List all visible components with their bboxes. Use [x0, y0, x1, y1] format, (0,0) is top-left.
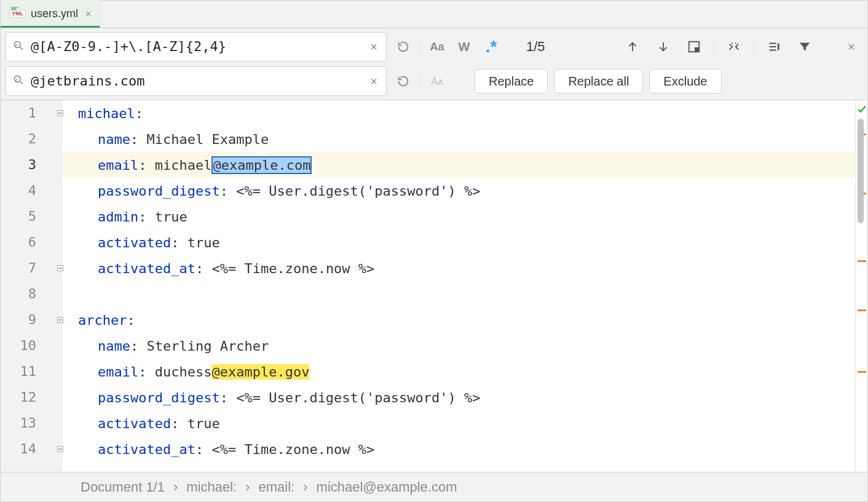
stripe-match-marker[interactable]: [858, 309, 866, 311]
line-number: 11: [1, 359, 36, 384]
find-nav-tools: ×: [621, 36, 862, 58]
svg-rect-2: [695, 47, 699, 52]
find-row: @[A-Z0-9.-]+\.[A-Z]{2,4} × Aa W .* 1/5: [6, 32, 862, 62]
search-icon: [12, 74, 25, 89]
code-token: : michael: [138, 157, 211, 173]
words-toggle[interactable]: W: [454, 36, 475, 57]
regex-toggle[interactable]: .*: [481, 36, 502, 57]
code-line[interactable]: password_digest: <%= User.digest('passwo…: [62, 178, 855, 204]
breadcrumb-segment[interactable]: michael@example.com: [317, 479, 457, 495]
filter-icon[interactable]: [794, 36, 816, 58]
code-line[interactable]: admin: true: [62, 204, 855, 229]
exclude-button[interactable]: Exclude: [649, 69, 721, 94]
line-number: 4: [1, 178, 36, 204]
breadcrumb-doc[interactable]: Document 1/1: [81, 479, 165, 495]
history-icon[interactable]: [393, 71, 414, 92]
code-line[interactable]: [62, 281, 855, 307]
replace-input[interactable]: @jetbrains.com: [31, 73, 361, 89]
code-token: email: [98, 364, 138, 380]
editor-tab-users-yml[interactable]: YML users.yml ×: [1, 0, 100, 28]
breadcrumb-bar: Document 1/1 › michael: › email: › micha…: [1, 472, 867, 501]
line-number: 7: [1, 255, 36, 281]
stripe-match-marker[interactable]: [858, 260, 866, 262]
close-find-icon[interactable]: ×: [840, 36, 862, 58]
code-token: : true: [171, 235, 219, 250]
inspection-ok-icon: [856, 103, 867, 115]
code-token: password_digest: [98, 183, 220, 199]
code-line[interactable]: archer:: [62, 307, 855, 333]
find-input[interactable]: @[A-Z0-9.-]+\.[A-Z]{2,4}: [31, 39, 361, 55]
line-number: 8: [1, 281, 36, 307]
code-token: :: [135, 106, 143, 121]
breadcrumb-segment[interactable]: email:: [259, 479, 295, 495]
preserve-case-toggle[interactable]: Aᴀ: [427, 71, 448, 92]
code-token: email: [98, 157, 138, 173]
line-number: 13: [1, 410, 36, 436]
clear-find-icon[interactable]: ×: [368, 40, 380, 54]
replace-input-box[interactable]: @jetbrains.com ×: [6, 66, 387, 96]
code-token: password_digest: [98, 390, 220, 405]
in-selection-icon[interactable]: [723, 36, 745, 58]
code-line[interactable]: name: Michael Example: [62, 126, 855, 152]
code-line[interactable]: michael:: [62, 100, 855, 126]
code-token: archer: [78, 313, 127, 328]
code-token: : true: [171, 416, 219, 431]
open-results-window-icon[interactable]: [763, 36, 785, 58]
code-token: : <%= User.digest('password') %>: [220, 390, 481, 405]
code-token: :: [127, 313, 135, 328]
code-line[interactable]: email: michael@example.com: [62, 152, 855, 178]
editor-tab-bar: YML users.yml ×: [1, 1, 867, 28]
find-replace-panel: @[A-Z0-9.-]+\.[A-Z]{2,4} × Aa W .* 1/5: [1, 28, 867, 100]
code-line[interactable]: email: duchess@example.gov: [62, 359, 855, 384]
chevron-right-icon: ›: [173, 479, 178, 495]
history-icon[interactable]: [393, 36, 414, 57]
code-area[interactable]: michael:name: Michael Exampleemail: mich…: [62, 100, 855, 472]
code-line[interactable]: activated_at: <%= Time.zone.now %>: [62, 436, 855, 462]
replace-button[interactable]: Replace: [475, 69, 548, 94]
select-all-occurrences-icon[interactable]: [683, 36, 705, 58]
replace-all-button[interactable]: Replace all: [554, 69, 643, 94]
breadcrumb-segment[interactable]: michael:: [186, 479, 237, 495]
code-line[interactable]: activated: true: [62, 410, 855, 436]
code-token: : Michael Example: [130, 132, 269, 147]
replace-row: @jetbrains.com × Aᴀ Replace Replace all …: [6, 66, 862, 96]
next-match-icon[interactable]: [652, 36, 674, 58]
line-number: 3: [1, 152, 36, 178]
prev-match-icon[interactable]: [621, 36, 644, 58]
close-tab-icon[interactable]: ×: [85, 9, 91, 20]
code-token: : true: [138, 209, 187, 225]
code-token: : duchess: [138, 364, 211, 380]
line-number-gutter: 1234567891011121314: [1, 100, 62, 472]
line-number: 5: [1, 204, 36, 229]
code-line[interactable]: password_digest: <%= User.digest('passwo…: [62, 384, 855, 410]
line-number: 10: [1, 333, 36, 359]
code-token: : <%= Time.zone.now %>: [195, 261, 374, 276]
current-match: @example.com: [211, 156, 312, 174]
code-line[interactable]: activated: true: [62, 229, 855, 255]
code-token: name: [98, 132, 130, 147]
clear-replace-icon[interactable]: ×: [368, 74, 380, 89]
file-type-icon: YML: [9, 10, 26, 18]
stripe-match-marker[interactable]: [858, 371, 866, 373]
code-token: activated: [98, 235, 171, 250]
separator: [420, 38, 420, 56]
search-icon: [12, 39, 25, 55]
code-token: : <%= Time.zone.now %>: [195, 442, 374, 457]
code-editor[interactable]: 1234567891011121314 michael:name: Michae…: [1, 100, 867, 472]
code-token: activated: [98, 416, 171, 431]
chevron-right-icon: ›: [245, 479, 250, 495]
code-line[interactable]: activated_at: <%= Time.zone.now %>: [62, 255, 855, 281]
line-number: 2: [1, 126, 36, 152]
code-token: : Sterling Archer: [130, 338, 269, 354]
scrollbar-thumb[interactable]: [858, 119, 864, 223]
code-token: activated_at: [98, 442, 195, 457]
line-number: 12: [1, 384, 36, 410]
find-input-box[interactable]: @[A-Z0-9.-]+\.[A-Z]{2,4} ×: [6, 32, 387, 62]
match-highlight: @example.gov: [211, 364, 309, 380]
separator: [714, 38, 714, 56]
match-case-toggle[interactable]: Aa: [427, 36, 448, 57]
separator: [754, 38, 754, 56]
line-number: 9: [1, 307, 36, 333]
error-stripe[interactable]: [855, 100, 867, 472]
code-line[interactable]: name: Sterling Archer: [62, 333, 855, 359]
